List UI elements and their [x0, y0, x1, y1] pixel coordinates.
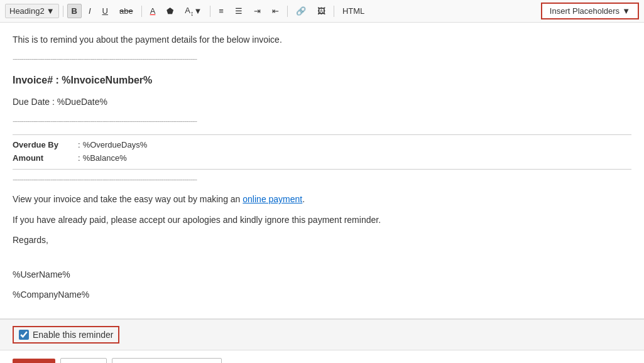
intro-text: This is to remind you about the payment … [13, 33, 631, 46]
enable-bar: Enable this reminder [0, 319, 644, 350]
font-size-label: A↕ [185, 6, 194, 17]
enable-reminder-label[interactable]: Enable this reminder [33, 330, 113, 340]
footer-bar: Save Cancel 🗑 Delete this reminder [0, 350, 644, 363]
amount-label: Amount [13, 152, 75, 165]
enable-reminder-checkbox[interactable] [19, 330, 29, 340]
separator-3 [210, 6, 210, 17]
indent-icon: ⇥ [254, 6, 261, 16]
font-size-button[interactable]: A↕ ▼ [180, 3, 206, 19]
strikethrough-button[interactable]: abe [115, 4, 138, 18]
editor-area[interactable]: This is to remind you about the payment … [0, 23, 644, 319]
cancel-button[interactable]: Cancel [60, 358, 107, 363]
invoice-details-block: Overdue By : %OverdueDays% Amount : %Bal… [13, 134, 631, 170]
username-placeholder: %UserName% [13, 268, 631, 281]
enable-reminder-container: Enable this reminder [13, 326, 119, 344]
numbered-list-button[interactable]: ☰ [231, 4, 247, 18]
link-button[interactable]: 🔗 [292, 4, 310, 18]
highlight-button[interactable]: ⬟ [162, 4, 178, 18]
font-color-button[interactable]: A [146, 4, 160, 18]
divider-1: ----------------------------------------… [13, 53, 631, 66]
numbered-list-icon: ☰ [235, 6, 243, 16]
link-icon: 🔗 [296, 6, 306, 16]
editor-toolbar: Heading2 ▼ B I U abe A ⬟ A↕ ▼ ≡ ☰ ⇥ ⇤ 🔗 … [0, 0, 644, 23]
overdue-value: %OverdueDays% [83, 139, 148, 152]
delete-reminder-button[interactable]: 🗑 Delete this reminder [112, 358, 222, 363]
due-date-row: Due Date : %DueDate% [13, 95, 631, 109]
font-color-label: A [150, 6, 156, 16]
insert-placeholders-label: Insert Placeholders [550, 6, 619, 16]
due-date-text: Due Date : %DueDate% [13, 97, 107, 107]
overdue-sep: : [78, 139, 80, 152]
bullet-list-icon: ≡ [219, 6, 224, 16]
online-payment-link[interactable]: online payment [243, 194, 302, 204]
regards-label: Regards, [13, 233, 631, 247]
amount-value: %Balance% [83, 152, 127, 165]
separator-2 [141, 6, 142, 17]
image-button[interactable]: 🖼 [313, 4, 330, 18]
separator-5 [334, 6, 334, 17]
underline-button[interactable]: U [98, 4, 112, 18]
separator-4 [287, 6, 288, 17]
image-icon: 🖼 [317, 6, 325, 16]
bold-button[interactable]: B [67, 4, 82, 18]
overdue-row: Overdue By : %OverdueDays% [13, 139, 631, 152]
invoice-heading: Invoice# : %InvoiceNumber% [13, 72, 631, 89]
highlight-icon: ⬟ [166, 6, 173, 16]
insert-placeholders-arrow: ▼ [622, 6, 630, 16]
overdue-label: Overdue By [13, 139, 75, 152]
company-placeholder: %CompanyName% [13, 288, 631, 301]
view-text: View your invoice and take the easy way … [13, 192, 631, 206]
amount-row: Amount : %Balance% [13, 152, 631, 165]
italic-button[interactable]: I [84, 4, 96, 18]
bullet-list-button[interactable]: ≡ [214, 4, 228, 18]
view-text-after: . [302, 194, 305, 204]
insert-placeholders-button[interactable]: Insert Placeholders ▼ [541, 3, 639, 19]
heading-label: Heading2 [9, 6, 45, 16]
amount-sep: : [78, 152, 80, 165]
heading-dropdown-arrow: ▼ [46, 6, 55, 16]
indent-button[interactable]: ⇥ [249, 4, 265, 18]
html-button[interactable]: HTML [338, 4, 369, 18]
heading-dropdown[interactable]: Heading2 ▼ [5, 4, 59, 18]
outdent-button[interactable]: ⇤ [268, 4, 283, 18]
divider-3: ----------------------------------------… [13, 173, 631, 187]
save-button[interactable]: Save [13, 359, 55, 363]
apology-text: If you have already paid, please accept … [13, 213, 631, 227]
view-text-before: View your invoice and take the easy way … [13, 194, 243, 204]
separator-1 [63, 6, 63, 17]
divider-2: ----------------------------------------… [13, 115, 631, 128]
outdent-icon: ⇤ [272, 6, 279, 16]
